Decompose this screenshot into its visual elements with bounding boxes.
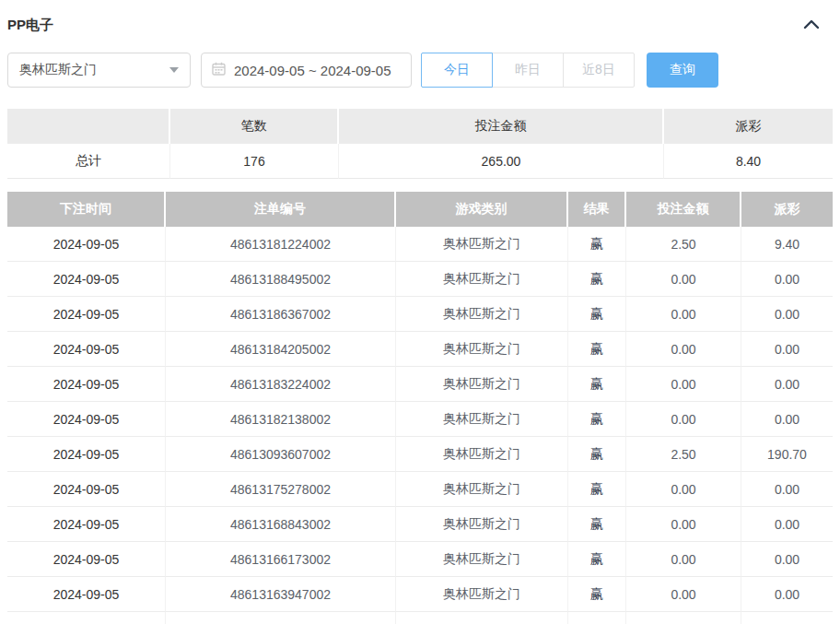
cell-order-id: 48613163947002 (166, 577, 396, 612)
collapse-button[interactable] (803, 18, 820, 33)
cell-order-id: 48613188495002 (166, 262, 396, 297)
table-row: 2024-09-05 48613168843002 奥林匹斯之门 赢 0.00 … (7, 507, 833, 542)
cell-order-id: 48613183224002 (166, 367, 396, 402)
cell-bet-amount: 2.50 (626, 437, 741, 472)
cell-result: 赢 (568, 367, 626, 402)
calendar-icon (212, 62, 226, 79)
summary-table: 笔数 投注金额 派彩 总计 176 265.00 8.40 (7, 109, 833, 179)
filter-bar: 奥林匹斯之门 2024-09-05 ~ 2024-09-05 (7, 53, 833, 88)
cell-game-type: 奥林匹斯之门 (396, 332, 568, 367)
cell-result: 赢 (568, 297, 626, 332)
cell-bet-time: 2024-09-05 (7, 332, 166, 367)
cell-bet-amount: 0.00 (626, 472, 741, 507)
cell-result: 赢 (568, 437, 626, 472)
table-row-partial (7, 612, 833, 624)
detail-header-row: 下注时间 注单编号 游戏类别 结果 投注金额 派彩 (7, 192, 833, 227)
cell-game-type: 奥林匹斯之门 (396, 227, 568, 262)
caret-down-icon (169, 67, 179, 73)
table-row: 2024-09-05 48613183224002 奥林匹斯之门 赢 0.00 … (7, 367, 833, 402)
cell-bet-time: 2024-09-05 (7, 297, 166, 332)
cell-payout: 0.00 (741, 402, 833, 437)
cell-result: 赢 (568, 332, 626, 367)
cell-bet-amount: 0.00 (626, 542, 741, 577)
cell-bet-amount: 2.50 (626, 227, 741, 262)
date-range-picker[interactable]: 2024-09-05 ~ 2024-09-05 (201, 53, 412, 88)
cell-game-type: 奥林匹斯之门 (396, 507, 568, 542)
cell-bet-time: 2024-09-05 (7, 472, 166, 507)
cell-payout: 0.00 (741, 262, 833, 297)
cell-result: 赢 (568, 542, 626, 577)
cell-bet-time: 2024-09-05 (7, 262, 166, 297)
detail-header-order-id: 注单编号 (166, 192, 396, 227)
table-row: 2024-09-05 48613182138002 奥林匹斯之门 赢 0.00 … (7, 402, 833, 437)
summary-total-label: 总计 (7, 144, 170, 179)
cell-order-id: 48613181224002 (166, 227, 396, 262)
cell-bet-time: 2024-09-05 (7, 542, 166, 577)
cell-bet-time: 2024-09-05 (7, 437, 166, 472)
table-row: 2024-09-05 48613163947002 奥林匹斯之门 赢 0.00 … (7, 577, 833, 612)
quick-date-buttons: 今日 昨日 近8日 (421, 53, 635, 88)
cell-bet-time: 2024-09-05 (7, 402, 166, 437)
cell-bet-amount: 0.00 (626, 262, 741, 297)
cell-game-type: 奥林匹斯之门 (396, 402, 568, 437)
table-row: 2024-09-05 48613184205002 奥林匹斯之门 赢 0.00 … (7, 332, 833, 367)
table-row: 2024-09-05 48613188495002 奥林匹斯之门 赢 0.00 … (7, 262, 833, 297)
date-range-value: 2024-09-05 ~ 2024-09-05 (234, 63, 391, 78)
cell-order-id: 48613166173002 (166, 542, 396, 577)
table-row: 2024-09-05 48613166173002 奥林匹斯之门 赢 0.00 … (7, 542, 833, 577)
cell-order-id: 48613093607002 (166, 437, 396, 472)
cell-game-type: 奥林匹斯之门 (396, 437, 568, 472)
page-title: PP电子 (7, 17, 53, 34)
game-select-value: 奥林匹斯之门 (19, 62, 97, 78)
yesterday-button[interactable]: 昨日 (492, 53, 564, 88)
chevron-up-icon (803, 18, 820, 33)
table-row: 2024-09-05 48613175278002 奥林匹斯之门 赢 0.00 … (7, 472, 833, 507)
table-row: 2024-09-05 48613181224002 奥林匹斯之门 赢 2.50 … (7, 227, 833, 262)
cell-result: 赢 (568, 507, 626, 542)
cell-order-id: 48613186367002 (166, 297, 396, 332)
cell-bet-time: 2024-09-05 (7, 577, 166, 612)
summary-total-payout: 8.40 (664, 144, 833, 179)
cell-payout: 0.00 (741, 577, 833, 612)
cell-order-id: 48613182138002 (166, 402, 396, 437)
cell-payout: 0.00 (741, 332, 833, 367)
summary-header-blank (7, 109, 170, 144)
summary-header-payout: 派彩 (664, 109, 833, 144)
cell-bet-amount: 0.00 (626, 367, 741, 402)
cell-payout: 0.00 (741, 472, 833, 507)
cell-bet-amount: 0.00 (626, 402, 741, 437)
cell-result: 赢 (568, 227, 626, 262)
query-button[interactable]: 查询 (647, 53, 718, 88)
detail-table-partial-row-container (7, 612, 833, 624)
cell-result: 赢 (568, 402, 626, 437)
report-panel: PP电子 奥林匹斯之门 (0, 0, 840, 624)
cell-payout: 0.00 (741, 297, 833, 332)
table-row: 2024-09-05 48613093607002 奥林匹斯之门 赢 2.50 … (7, 437, 833, 472)
cell-order-id: 48613184205002 (166, 332, 396, 367)
cell-bet-amount: 0.00 (626, 332, 741, 367)
cell-result: 赢 (568, 262, 626, 297)
cell-order-id: 48613175278002 (166, 472, 396, 507)
cell-game-type: 奥林匹斯之门 (396, 367, 568, 402)
summary-total-bet-amount: 265.00 (339, 144, 664, 179)
cell-bet-amount: 0.00 (626, 577, 741, 612)
panel-header: PP电子 (7, 0, 833, 37)
summary-total-count: 176 (170, 144, 339, 179)
cell-result: 赢 (568, 577, 626, 612)
cell-bet-amount: 0.00 (626, 507, 741, 542)
today-button[interactable]: 今日 (421, 53, 493, 88)
cell-result: 赢 (568, 472, 626, 507)
detail-table: 下注时间 注单编号 游戏类别 结果 投注金额 派彩 2024-09-05 486… (7, 192, 833, 624)
detail-table-body: 2024-09-05 48613181224002 奥林匹斯之门 赢 2.50 … (7, 227, 833, 612)
game-select[interactable]: 奥林匹斯之门 (7, 53, 191, 88)
cell-payout: 0.00 (741, 542, 833, 577)
table-row: 2024-09-05 48613186367002 奥林匹斯之门 赢 0.00 … (7, 297, 833, 332)
summary-header-row: 笔数 投注金额 派彩 (7, 109, 833, 144)
detail-header-bet-amount: 投注金额 (626, 192, 741, 227)
last-8-days-button[interactable]: 近8日 (563, 53, 635, 88)
summary-header-count: 笔数 (170, 109, 339, 144)
cell-game-type: 奥林匹斯之门 (396, 472, 568, 507)
cell-payout: 0.00 (741, 507, 833, 542)
cell-bet-amount: 0.00 (626, 297, 741, 332)
cell-order-id: 48613168843002 (166, 507, 396, 542)
